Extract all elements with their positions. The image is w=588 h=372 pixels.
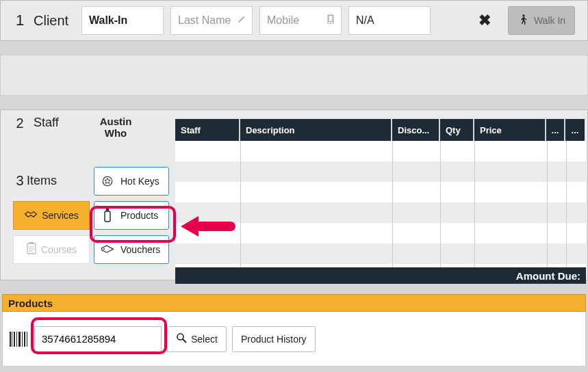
svg-line-21 [183,339,186,343]
barcode-icon [10,332,29,347]
products-button[interactable]: Products [94,201,169,230]
walkin-button[interactable]: Walk In [508,6,575,35]
client-firstname-value: Walk-In [89,14,127,27]
step-2-label: Staff [34,116,75,130]
staff-name-line2: Who [81,127,150,139]
amount-due-label: Amount Due: [516,270,580,282]
step-2-number: 2 [13,116,27,131]
bottle-icon [100,209,115,222]
vouchers-label: Vouchers [120,244,160,255]
courses-label: Courses [41,244,77,255]
select-button[interactable]: Select [167,326,227,352]
line-items-table: Staff Description Disco... Qty Price ...… [175,119,586,284]
col-more-1[interactable]: ... [546,119,565,141]
staff-name-line1: Austin [81,116,150,127]
staff-name[interactable]: Austin Who [81,116,150,140]
svg-rect-16 [18,332,21,347]
product-history-label: Product History [241,334,307,345]
client-mobile-placeholder: Mobile [267,14,299,27]
step-1-number: 1 [13,12,27,29]
spacer-bar [0,55,588,96]
col-staff[interactable]: Staff [175,119,240,141]
services-label: Services [42,210,79,221]
svg-rect-12 [10,332,11,347]
client-extra-value: N/A [356,14,374,27]
col-description[interactable]: Description [240,119,392,141]
walkin-label: Walk In [534,15,565,26]
svg-rect-19 [27,332,27,347]
client-mobile-field[interactable]: Mobile [259,6,342,35]
svg-point-20 [177,334,183,340]
products-panel-title: Products [2,294,586,312]
select-label: Select [191,334,218,345]
handshake-icon [24,209,38,222]
client-firstname-field[interactable]: Walk-In [81,6,164,35]
svg-rect-5 [106,209,109,211]
client-extra-field[interactable]: N/A [348,6,431,35]
barcode-input[interactable] [34,326,162,352]
magnifier-icon [176,332,187,345]
tag-icon [100,244,115,255]
client-lastname-field[interactable]: Last Name [170,6,253,35]
step-1-label: Client [34,13,75,29]
svg-rect-18 [24,332,25,347]
col-more-2[interactable]: ... [565,119,585,141]
hotkeys-button[interactable]: Hot Keys [94,167,169,196]
svg-rect-14 [14,332,15,347]
hotkeys-label: Hot Keys [120,176,159,187]
table-body[interactable] [175,141,586,267]
svg-rect-1 [329,16,333,22]
product-history-button[interactable]: Product History [232,326,316,352]
clipboard-icon [26,242,37,256]
pencil-icon [237,14,245,27]
clear-client-button[interactable]: ✖ [468,12,501,29]
svg-point-3 [522,14,524,16]
amount-due-footer: Amount Due: [175,267,586,284]
step-3-number: 3 [13,173,27,189]
walkin-icon [517,12,530,29]
vouchers-button[interactable]: Vouchers [94,235,169,264]
products-label: Products [120,210,158,221]
client-row: 1 Client Walk-In Last Name Mobile N/A ✖ … [0,0,588,41]
svg-rect-7 [29,242,34,244]
svg-rect-17 [22,332,23,347]
arrow-annotation [181,216,235,237]
client-lastname-placeholder: Last Name [178,14,231,27]
col-price[interactable]: Price [474,119,546,141]
phone-icon [327,14,334,27]
step-3-label: Items [27,174,64,188]
svg-point-11 [103,248,105,250]
courses-button[interactable]: Courses [13,235,90,264]
products-panel: Products Select [2,294,586,367]
star-icon [100,175,115,187]
col-discount[interactable]: Disco... [392,119,440,141]
svg-rect-15 [16,332,17,347]
services-button[interactable]: Services [13,201,90,230]
svg-rect-13 [12,332,12,347]
svg-point-2 [330,22,331,23]
col-qty[interactable]: Qty [440,119,474,141]
